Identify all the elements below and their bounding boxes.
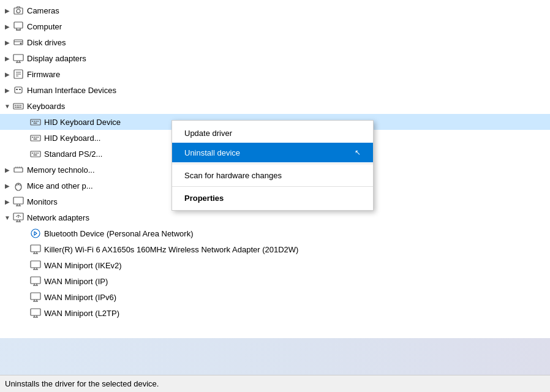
keyboards-label: Keyboards	[27, 102, 65, 111]
wan-l2tp-icon	[29, 307, 42, 319]
device-manager-window: ▶ Cameras ▶ Computer ▶ Disk d	[0, 0, 550, 392]
svg-point-6	[20, 43, 22, 45]
svg-rect-75	[31, 293, 40, 300]
expand-icon-mice: ▶	[2, 181, 12, 190]
tree-item-killer-wifi[interactable]: ▶ Killer(R) Wi-Fi 6 AX1650s 160MHz Wirel…	[0, 241, 550, 257]
svg-rect-71	[31, 277, 40, 284]
svg-rect-63	[31, 245, 40, 252]
wan-ipv6-label: WAN Miniport (IPv6)	[44, 293, 116, 302]
bluetooth-icon	[29, 227, 42, 239]
wan-l2tp-label: WAN Miniport (L2TP)	[44, 309, 119, 318]
cameras-label: Cameras	[27, 6, 59, 15]
svg-rect-32	[31, 135, 40, 141]
svg-rect-2	[14, 22, 23, 28]
svg-rect-7	[13, 55, 23, 61]
monitor-icon	[12, 195, 24, 208]
display-adapters-label: Display adapters	[27, 54, 86, 63]
tree-item-wan-ipv6[interactable]: ▶ WAN Miniport (IPv6)	[0, 289, 550, 305]
status-bar-text: Uninstalls the driver for the selected d…	[5, 379, 159, 388]
context-menu-divider-2	[172, 186, 373, 187]
disk-icon	[12, 36, 24, 48]
ps2-label: Standard PS/2...	[44, 149, 102, 159]
svg-line-61	[18, 215, 21, 217]
svg-rect-26	[31, 119, 40, 125]
killer-wifi-label: Killer(R) Wi-Fi 6 AX1650s 160MHz Wireles…	[44, 245, 298, 254]
svg-rect-16	[16, 89, 18, 90]
svg-point-62	[31, 229, 40, 238]
svg-point-1	[17, 9, 20, 13]
svg-rect-79	[31, 309, 40, 315]
hid-keyboard-2-label: HID Keyboard...	[44, 134, 101, 143]
tree-item-wan-l2tp[interactable]: ▶ WAN Miniport (L2TP)	[0, 305, 550, 321]
tree-item-hid[interactable]: ▶ Human Interface Devices	[0, 82, 550, 98]
computer-label: Computer	[27, 22, 62, 31]
expand-icon-computer: ▶	[2, 21, 12, 31]
tree-item-network-adapters[interactable]: ▼ Network adapters	[0, 209, 550, 225]
svg-rect-67	[31, 261, 40, 268]
wan-ipv6-icon	[29, 291, 42, 303]
mice-label: Mice and other p...	[27, 181, 93, 190]
tree-item-cameras[interactable]: ▶ Cameras	[0, 2, 550, 18]
context-menu-properties[interactable]: Properties	[172, 188, 373, 208]
hid-keyboard-2-icon	[29, 132, 42, 144]
expand-icon-keyboards: ▼	[2, 101, 12, 111]
killer-wifi-icon	[29, 243, 42, 255]
display-icon	[12, 52, 24, 64]
svg-rect-17	[19, 89, 21, 90]
tree-item-keyboards[interactable]: ▼ Keyboards	[0, 98, 550, 114]
svg-rect-18	[13, 104, 23, 109]
keyboards-icon	[12, 100, 24, 112]
tree-item-disk-drives[interactable]: ▶ Disk drives	[0, 34, 550, 50]
device-manager-panel: ▶ Cameras ▶ Computer ▶ Disk d	[0, 0, 550, 375]
expand-icon-disk: ▶	[2, 37, 12, 47]
firmware-label: Firmware	[27, 70, 60, 79]
firmware-icon	[12, 68, 24, 80]
wan-ikev2-icon	[29, 259, 42, 271]
hid-icon	[12, 84, 24, 96]
hid-keyboard-1-label: HID Keyboard Device	[44, 118, 121, 127]
context-menu-divider	[172, 164, 373, 164]
expand-icon-monitors: ▶	[2, 197, 12, 206]
network-adapters-icon	[12, 211, 24, 224]
network-adapters-label: Network adapters	[27, 213, 89, 222]
expand-icon-network: ▼	[2, 213, 12, 222]
monitors-label: Monitors	[27, 197, 58, 206]
svg-rect-38	[31, 151, 40, 157]
wan-ikev2-label: WAN Miniport (IKEv2)	[44, 261, 122, 270]
hid-keyboard-device-icon	[29, 116, 42, 128]
context-menu-uninstall-device[interactable]: Uninstall device ↖	[172, 143, 373, 162]
expand-icon-cameras: ▶	[2, 6, 12, 15]
hid-label: Human Interface Devices	[27, 86, 116, 95]
tree-item-firmware[interactable]: ▶ Firmware	[0, 66, 550, 82]
svg-rect-51	[13, 197, 23, 204]
tree-item-bluetooth[interactable]: ▶ Bluetooth Device (Personal Area Networ…	[0, 225, 550, 241]
svg-rect-44	[14, 168, 23, 172]
memory-label: Memory technolo...	[27, 165, 95, 175]
cursor-icon: ↖	[355, 148, 361, 157]
ps2-icon	[29, 148, 42, 160]
expand-icon-firmware: ▶	[2, 69, 12, 79]
context-menu-update-driver[interactable]: Update driver	[172, 123, 373, 143]
tree-item-wan-ip[interactable]: ▶ WAN Miniport (IP)	[0, 273, 550, 289]
status-bar: Uninstalls the driver for the selected d…	[0, 375, 550, 392]
expand-icon-memory: ▶	[2, 165, 12, 175]
wan-ip-label: WAN Miniport (IP)	[44, 277, 108, 286]
svg-rect-15	[15, 87, 22, 93]
expand-icon-hid: ▶	[2, 85, 12, 95]
bluetooth-label: Bluetooth Device (Personal Area Network)	[44, 229, 194, 238]
computer-icon	[12, 20, 24, 32]
mice-icon	[12, 179, 24, 192]
disk-drives-label: Disk drives	[27, 38, 66, 47]
camera-icon	[12, 4, 24, 17]
context-menu-scan-hardware[interactable]: Scan for hardware changes	[172, 165, 373, 185]
tree-item-display-adapters[interactable]: ▶ Display adapters	[0, 50, 550, 66]
tree-item-computer[interactable]: ▶ Computer	[0, 18, 550, 34]
tree-item-wan-ikev2[interactable]: ▶ WAN Miniport (IKEv2)	[0, 257, 550, 273]
svg-line-60	[16, 215, 18, 217]
wan-ip-icon	[29, 275, 42, 287]
expand-icon-display: ▶	[2, 53, 12, 63]
context-menu: Update driver Uninstall device ↖ Scan fo…	[171, 120, 374, 211]
memory-icon	[12, 164, 24, 176]
